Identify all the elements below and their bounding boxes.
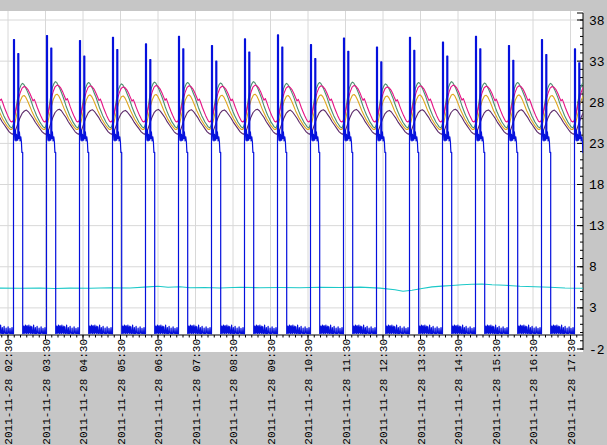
x-axis-label: 2011-11-28 07:30 [191,339,203,445]
x-axis-label: 2011-11-28 02:30 [3,339,15,445]
y-axis-label: 8 [589,260,597,275]
x-axis-label: 2011-11-28 17:30 [566,339,578,445]
y-axis-label: 38 [589,14,605,29]
x-axis-label: 2011-11-28 03:30 [41,339,53,445]
y-axis-label: 3 [589,301,597,316]
y-axis-label: -2 [589,343,605,358]
y-axis-label: 23 [589,137,605,152]
x-axis-label: 2011-11-28 12:30 [378,339,390,445]
x-axis-label: 2011-11-28 06:30 [153,339,165,445]
chart-screenshot: 2011-11-28 02:302011-11-28 03:302011-11-… [0,0,607,445]
x-axis-label: 2011-11-28 04:30 [78,339,90,445]
y-axis-label: 33 [589,55,605,70]
x-axis-label: 2011-11-28 10:30 [303,339,315,445]
x-axis-label: 2011-11-28 09:30 [266,339,278,445]
x-axis-label: 2011-11-28 16:30 [528,339,540,445]
y-axis-label: 18 [589,178,605,193]
y-axis-label: 13 [589,219,605,234]
x-axis-label: 2011-11-28 05:30 [116,339,128,445]
x-axis-label: 2011-11-28 13:30 [416,339,428,445]
x-axis-label: 2011-11-28 11:30 [341,339,353,445]
y-axis-label: 28 [589,96,605,111]
x-axis-label: 2011-11-28 08:30 [228,339,240,445]
time-series-temperature-chart: 2011-11-28 02:302011-11-28 03:302011-11-… [0,0,607,445]
x-axis-label: 2011-11-28 15:30 [491,339,503,445]
x-axis-label: 2011-11-28 14:30 [453,339,465,445]
